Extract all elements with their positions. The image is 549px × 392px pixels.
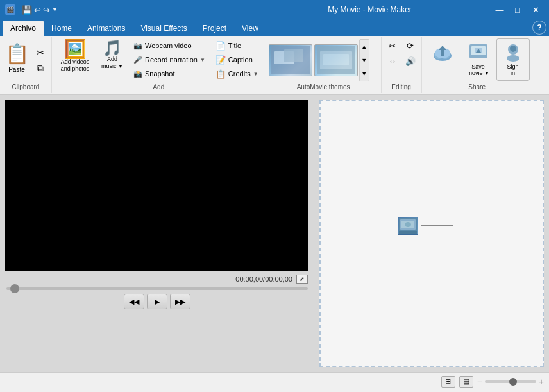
add-right-col2: 📄 Title 📝 Caption 📋 Credits ▼ [211, 38, 263, 81]
status-icon-btn-1[interactable]: ⊞ [441, 376, 455, 388]
tab-visual-effects[interactable]: Visual Effects [133, 21, 194, 36]
caption-button[interactable]: 📝 Caption [211, 53, 263, 67]
tab-animations[interactable]: Animations [80, 21, 133, 36]
cloud-upload-button[interactable] [425, 38, 460, 81]
save-movie-label: Savemovie ▼ [467, 64, 489, 76]
add-content: 🖼️ Add videosand photos 🎵 Addmusic ▼ 📷 W… [55, 38, 263, 82]
webcam-video-button[interactable]: 📷 Webcam video [129, 38, 210, 53]
add-music-button[interactable]: 🎵 Addmusic ▼ [97, 38, 128, 82]
save-movie-button[interactable]: Savemovie ▼ [462, 38, 495, 81]
sign-in-label: Signin [507, 64, 519, 76]
paste-button[interactable]: 📋 Paste [3, 39, 31, 81]
microphone-icon: 🎤 [133, 56, 142, 64]
tab-home[interactable]: Home [44, 21, 80, 36]
title-bar: 🎬 💾 ↩ ↪ ▼ My Movie - Movie Maker — □ ✕ [0, 0, 549, 19]
add-music-label: Addmusic ▼ [101, 56, 123, 70]
timeline-area[interactable] [319, 100, 544, 367]
ribbon-tabs: Archivo Home Animations Visual Effects P… [0, 19, 549, 36]
seek-thumb[interactable] [10, 284, 19, 293]
paste-icon: 📋 [5, 42, 29, 65]
editing-section: ✂ ⟳ ↔ 🔊 Editing [382, 37, 422, 93]
redo-qat-btn[interactable]: ↪ [43, 5, 50, 15]
credits-icon: 📋 [215, 69, 226, 79]
svg-rect-5 [323, 54, 349, 65]
close-button[interactable]: ✕ [527, 3, 544, 16]
app-title: My Movie - Movie Maker [248, 5, 491, 14]
tab-view[interactable]: View [234, 21, 266, 36]
zoom-plus-btn[interactable]: + [539, 377, 544, 387]
theme-scroll-buttons[interactable]: ▲ ▼ ▼ [359, 39, 369, 81]
title-button[interactable]: 📄 Title [211, 38, 263, 53]
snapshot-icon: 📸 [133, 70, 142, 78]
scroll-up-icon: ▲ [361, 44, 367, 50]
snapshot-button[interactable]: 📸 Snapshot [129, 67, 210, 81]
theme-item-1[interactable] [269, 44, 312, 76]
automovie-label: AutoMovie themes [269, 82, 378, 92]
add-videos-button[interactable]: 🖼️ Add videosand photos [55, 38, 96, 82]
add-right-col: 📷 Webcam video 🎤 Record narration ▼ 📸 Sn… [129, 38, 210, 81]
share-content: Savemovie ▼ Signin [425, 38, 530, 82]
editing-label: Editing [384, 82, 419, 92]
webcam-icon: 📷 [133, 42, 142, 50]
caption-label: Caption [228, 56, 253, 64]
edit-btn-2[interactable]: ⟳ [402, 38, 419, 53]
maximize-button[interactable]: □ [509, 3, 526, 16]
undo-qat-btn[interactable]: ↩ [34, 5, 41, 15]
edit-btn-1[interactable]: ✂ [384, 38, 401, 53]
svg-marker-11 [439, 46, 446, 50]
save-qat-btn[interactable]: 💾 [22, 5, 32, 15]
cut-button[interactable]: ✂ [32, 46, 49, 60]
timecode-bar: 00:00,00/00:00,00 ⤢ [5, 275, 309, 284]
cut-copy-column: ✂ ⧉ [32, 46, 49, 75]
tab-archivo[interactable]: Archivo [3, 21, 44, 36]
credits-label: Credits [228, 70, 251, 78]
minimize-button[interactable]: — [491, 3, 508, 16]
clip-thumbnail[interactable] [398, 217, 418, 235]
video-preview-area: 00:00,00/00:00,00 ⤢ ◀◀ ▶ ▶▶ [0, 95, 314, 372]
seek-bar[interactable] [6, 287, 308, 290]
play-icon: ▶ [155, 298, 160, 306]
credits-button[interactable]: 📋 Credits ▼ [211, 67, 263, 81]
theme-item-2[interactable] [314, 44, 358, 76]
main-area: 00:00,00/00:00,00 ⤢ ◀◀ ▶ ▶▶ [0, 95, 549, 372]
clipboard-section: 📋 Paste ✂ ⧉ Clipboard [0, 37, 52, 93]
help-button[interactable]: ? [532, 21, 546, 35]
sign-in-icon [503, 42, 523, 62]
edit-btn-3[interactable]: ↔ [384, 54, 401, 68]
webcam-label: Webcam video [145, 42, 192, 49]
editing-buttons-grid: ✂ ⟳ ↔ 🔊 [384, 38, 419, 68]
qat-dropdown-btn[interactable]: ▼ [52, 6, 58, 13]
rewind-button[interactable]: ◀◀ [124, 294, 144, 309]
sign-in-button[interactable]: Signin [496, 38, 530, 81]
scroll-down-icon: ▼ [361, 57, 367, 64]
zoom-minus-btn[interactable]: − [477, 377, 482, 387]
automovie-section: ▲ ▼ ▼ AutoMovie themes [266, 37, 382, 93]
add-label: Add [55, 82, 263, 92]
clip-duration-line [421, 225, 453, 226]
save-movie-icon [468, 42, 489, 62]
add-videos-label: Add videosand photos [61, 58, 90, 72]
seek-bar-container[interactable] [5, 287, 309, 290]
zoom-track[interactable] [485, 380, 536, 383]
play-button[interactable]: ▶ [147, 294, 167, 309]
edit-btn-4[interactable]: 🔊 [402, 54, 419, 68]
share-label: Share [425, 82, 530, 92]
add-videos-icon: 🖼️ [64, 40, 87, 58]
svg-point-17 [510, 46, 516, 52]
theme-1-preview [271, 46, 310, 74]
caption-icon: 📝 [215, 55, 226, 65]
quick-access-toolbar: 💾 ↩ ↪ ▼ [22, 5, 58, 15]
zoom-thumb[interactable] [509, 378, 517, 386]
svg-point-22 [405, 222, 411, 227]
narration-dropdown-icon: ▼ [200, 57, 205, 63]
share-section: Savemovie ▼ Signin Share [422, 37, 532, 93]
editing-content: ✂ ⟳ ↔ 🔊 [384, 38, 419, 82]
record-narration-button[interactable]: 🎤 Record narration ▼ [129, 53, 210, 67]
fullscreen-button[interactable]: ⤢ [296, 275, 308, 284]
status-icon-btn-2[interactable]: ▤ [459, 376, 473, 388]
title-label: Title [228, 42, 241, 49]
tab-project[interactable]: Project [195, 21, 234, 36]
clipboard-content: 📋 Paste ✂ ⧉ [3, 38, 49, 82]
fast-forward-button[interactable]: ▶▶ [170, 294, 190, 309]
copy-button[interactable]: ⧉ [32, 61, 49, 75]
